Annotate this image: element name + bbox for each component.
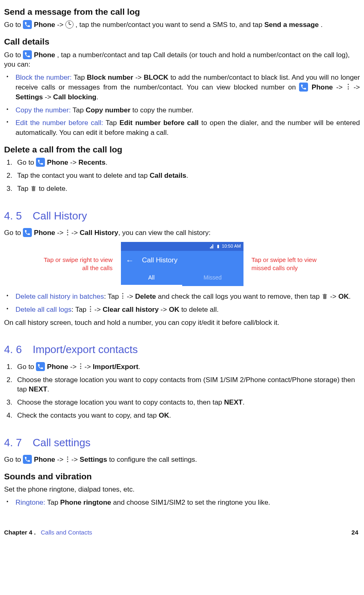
text: Go to: [4, 21, 23, 29]
text: ->: [350, 83, 360, 91]
tab-bar: All Missed: [121, 270, 243, 286]
text: .: [169, 412, 171, 419]
section-title: Call History: [33, 210, 87, 222]
text: Tap: [72, 74, 87, 81]
block-number-term: Block the number:: [16, 74, 72, 81]
call-history-figure: Tap or swipe right to view all the calls…: [4, 242, 360, 286]
text: Tap the contact you want to delete and t…: [17, 172, 150, 179]
block-number-label: Block number: [87, 74, 134, 81]
text: ->: [328, 293, 338, 300]
phone-icon: [23, 228, 32, 237]
footer-chapter: Chapter 4 .: [4, 529, 36, 536]
call-details-list: Block the number: Tap Block number -> BL…: [4, 73, 360, 138]
tab-missed[interactable]: Missed: [182, 270, 243, 286]
text: ->: [69, 456, 80, 463]
phone-ringtone-label: Phone ringtone: [60, 499, 111, 506]
recents-label: Recents: [78, 159, 105, 166]
next-label: NEXT: [224, 398, 243, 406]
text: to delete all.: [179, 306, 219, 313]
section-number: 4. 6: [4, 342, 33, 357]
block-label: BLOCK: [144, 74, 168, 81]
list-item: Tap the contact you want to delete and t…: [6, 171, 360, 181]
ok-label: OK: [169, 306, 179, 313]
phone-icon: [299, 83, 308, 92]
text: ->: [92, 306, 103, 313]
text: , tap the number/contact you want to sen…: [76, 21, 264, 29]
phone-icon: [36, 362, 45, 371]
section-4-7-heading: 4. 7Call settings: [4, 435, 360, 450]
call-blocking-label: Call blocking: [53, 93, 96, 101]
text: ->: [69, 229, 80, 237]
footer-page-number: 24: [351, 528, 358, 537]
text: ->: [333, 83, 346, 91]
text: , you can view the call history:: [118, 229, 211, 237]
text: , tap a number/contact and tap Call deta…: [4, 51, 350, 69]
phone-icon: [23, 455, 32, 464]
delete-batches-term: Delete call history in batches: [16, 293, 104, 300]
call-history-list: Delete call history in batches: Tap -> D…: [4, 292, 360, 315]
status-bar: 10:50 AM: [121, 242, 243, 251]
heading-send-message: Send a message from the call log: [4, 6, 360, 18]
section-title: Call settings: [33, 436, 91, 449]
section-title: Import/export contacts: [33, 343, 138, 356]
list-item: Edit the number before call: Tap Edit nu…: [4, 118, 360, 138]
text: : Tap: [71, 306, 88, 313]
text: .: [349, 293, 351, 300]
text: .: [47, 385, 49, 393]
phone-label: Phone: [47, 159, 68, 166]
list-item: Tap to delete.: [6, 184, 360, 194]
list-item: Ringtone: Tap Phone ringtone and choose …: [4, 498, 360, 508]
ringtone-term: Ringtone:: [16, 499, 45, 506]
section-4-6-heading: 4. 6Import/export contacts: [4, 342, 360, 357]
more-icon: [78, 362, 83, 371]
phone-label: Phone: [34, 229, 55, 237]
text: Tap: [45, 499, 60, 506]
delete-all-term: Detele all call logs: [16, 306, 71, 313]
text: and check the call logs you want to remo…: [156, 293, 322, 300]
list-item: Choose the storage location you want to …: [6, 398, 360, 407]
list-item: Copy the number: Tap Copy number to copy…: [4, 105, 360, 115]
copy-number-term: Copy the number:: [16, 106, 71, 114]
text: to copy the number.: [130, 106, 193, 114]
sv-intro: Set the phone ringtone, dialpad tones, e…: [4, 485, 360, 494]
send-message-paragraph: Go to Phone -> , tap the number/contact …: [4, 20, 360, 30]
text: .: [243, 398, 245, 406]
text: : Tap: [104, 293, 121, 300]
settings-label: Settings: [80, 456, 107, 463]
text: ->: [55, 456, 65, 463]
trash-icon: [30, 185, 37, 192]
back-icon[interactable]: ←: [126, 255, 134, 266]
text: ->: [133, 74, 144, 81]
phone-screenshot: 10:50 AM ← Call History All Missed: [121, 242, 243, 286]
battery-icon: [216, 244, 220, 249]
list-item: Go to Phone -> -> Import/Export.: [6, 362, 360, 372]
text: ->: [55, 229, 65, 237]
text: Tap: [103, 119, 120, 127]
list-item: Delete call history in batches: Tap -> D…: [4, 292, 360, 302]
edit-number-label: Edit number before call: [119, 119, 199, 127]
heading-sounds-vibration: Sounds and vibration: [4, 470, 360, 482]
list-item: Go to Phone -> Recents.: [6, 158, 360, 168]
call-details-label: Call details: [150, 172, 186, 179]
app-bar: ← Call History: [121, 251, 243, 270]
list-item: Detele all call logs: Tap -> Clear call …: [4, 305, 360, 315]
text: .: [138, 363, 141, 371]
list-item: Block the number: Tap Block number -> BL…: [4, 73, 360, 102]
clock-icon: [65, 20, 74, 29]
text: ->: [125, 293, 135, 300]
send-a-message-label: Send a message: [264, 21, 319, 29]
more-icon: [346, 83, 350, 91]
text: Go to: [4, 51, 23, 59]
text: Go to: [4, 456, 23, 463]
phone-icon: [23, 50, 32, 59]
text: ->: [68, 363, 78, 371]
copy-number-label: Copy number: [86, 106, 131, 114]
text: Go to: [17, 363, 36, 371]
text: Go to: [4, 229, 23, 237]
tab-all[interactable]: All: [121, 270, 182, 286]
delete-label: Delete: [135, 293, 156, 300]
call-settings-intro: Go to Phone -> -> Settings to configure …: [4, 455, 360, 465]
phone-icon: [23, 20, 32, 29]
text: ->: [68, 159, 78, 166]
text: Choose the storage location you want to …: [17, 398, 224, 406]
